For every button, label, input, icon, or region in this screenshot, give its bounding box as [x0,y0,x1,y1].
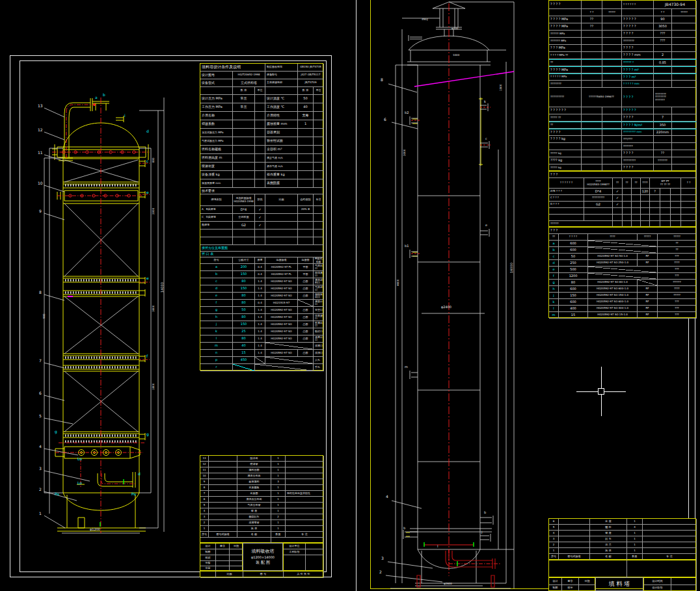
table-cell: 15 [559,312,588,319]
annotation-label: e [485,224,487,227]
table-cell [314,179,324,188]
table-cell [255,230,265,237]
table-cell: JB4730-94 [654,1,697,9]
annotation-label: m [405,365,408,369]
table-cell: 1.4 [255,335,265,343]
table-cell: c [549,254,559,260]
table-cell: b [200,271,233,278]
annotation-label: d [138,472,141,476]
table-cell [255,237,265,245]
table-cell [632,202,641,208]
table-cell [584,215,613,221]
table-cell: ? ? ? ? ? ? [549,178,584,189]
table-cell [602,1,622,9]
table-cell: e [200,293,233,300]
table-cell: 80 [233,278,255,285]
table-cell: ???? [641,178,650,189]
table-cell [230,549,243,555]
annotation-label: 12 [38,128,43,132]
table-cell: 介质名称 [200,112,233,120]
annotation-label: 4 [386,495,388,499]
table-cell [255,154,265,163]
table-cell: ? ? ? ? [622,45,654,52]
table-cell [588,247,658,254]
table-cell: 1 [627,519,643,525]
table-cell: 1 [549,548,559,554]
table-cell: 校审 [562,585,579,591]
table-cell [298,300,314,307]
table-cell [602,150,622,157]
table-cell: 支承圈 [237,491,271,497]
table-cell [582,1,602,9]
table-cell: ✓ [255,214,265,222]
table-cell: ? ? ? ? N/m² [622,122,654,129]
table-cell: ? ? ? ? MPa [549,23,582,31]
table-cell: ???? [588,234,638,241]
annotation-label: 5 [39,414,42,418]
table-cell: ?????? [658,280,697,286]
table-cell [654,45,672,52]
table-cell [643,525,697,531]
table-cell: 数量 [271,532,286,538]
table-cell: e [549,267,559,273]
table-cell [255,171,265,179]
table-cell: HG20592-97 SO [265,307,298,314]
table-cell [613,208,623,215]
table-cell: HG20592-97 SO 250-1.0 [588,260,638,267]
table-cell: 2 [654,52,672,59]
table-cell [216,549,230,555]
table-cell: 排净口 [314,350,324,357]
table-cell [559,548,590,554]
table-cell: 焊缝类别 [200,194,233,206]
table-cell: 除沫器 [237,456,271,462]
table-cell: 喷淋管 [237,462,271,467]
table-cell: 填料塔设计条件及说明 [200,64,265,72]
table-cell [265,237,298,245]
table-cell: GB150 JB/T4735 [298,64,324,72]
table-cell: 设备型式 [200,79,233,87]
table-cell [298,146,314,154]
table-cell: 液体分布器 [237,473,271,479]
annotation-label: 8 [39,291,42,295]
annotation-label: k [484,100,486,103]
right-titleblock-org: 设计时间设计阶段 [643,577,696,591]
table-cell: 凸面 [298,314,314,321]
table-cell: 制造验收规范 [265,64,298,72]
table-cell: 50 [559,254,588,260]
table-cell: 气体进口 [314,285,324,293]
table-cell [286,479,324,485]
table-cell: 技术要求 [200,188,324,194]
table-cell: ????? [658,234,697,241]
table-cell: l [200,335,233,343]
table-cell: ?? [549,234,559,241]
table-cell: 1 [627,548,643,554]
table-cell: 1 [271,456,286,462]
annotation-label: a [95,96,98,99]
table-cell: ??? [658,254,697,260]
table-cell [209,514,237,520]
left-titleblock-strip: 比例图 号共 张 第 张 [200,571,323,577]
table-cell: 工作压力 MPa [200,103,233,112]
table-cell: A、B类焊缝 [200,206,233,214]
table-cell: ?? [658,247,697,254]
table-cell [265,230,298,237]
table-cell [314,120,324,129]
table-cell: 15 [233,350,255,357]
table-cell: 3 [200,514,209,520]
table-cell: 容器类别 [265,129,298,137]
table-cell: RF [638,286,658,293]
table-cell [233,120,255,129]
table-cell: ? ? ? ? [622,150,654,157]
table-cell: 1 [271,503,286,508]
table-cell: ??? [654,38,672,45]
table-cell [602,31,622,38]
annotation-label: 4600 [397,280,399,286]
table-cell [681,202,697,208]
table-cell: 1 [271,485,286,491]
table-cell: ?? [632,178,641,189]
table-cell [623,215,632,221]
table-cell: ? ? ? ? mm [622,52,654,59]
table-cell [209,467,237,473]
table-cell [549,560,627,578]
table-cell: 日期 [230,544,243,549]
